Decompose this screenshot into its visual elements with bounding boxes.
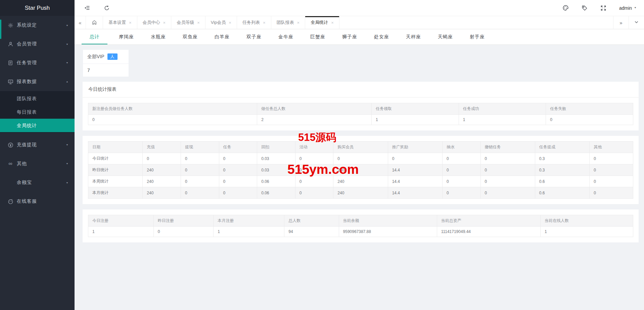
vip-summary-card: 全部VIP 人 7 — [83, 49, 129, 77]
theme-palette-icon[interactable] — [562, 5, 569, 11]
fullscreen-icon[interactable] — [600, 5, 606, 11]
table-cell: 0 — [181, 153, 219, 164]
table-cell: 昨日统计 — [88, 164, 143, 176]
table-cell: 1 — [214, 227, 284, 237]
table-cell: 240 — [333, 187, 388, 199]
table-cell: 0 — [295, 187, 333, 199]
tab-cancer[interactable]: 巨蟹座 — [302, 29, 334, 44]
table-row: 本周统计240000.06024014.4000.60 — [88, 176, 633, 187]
tab-virgo[interactable]: 处女座 — [366, 29, 398, 44]
column-header: 撤销任务 — [480, 142, 535, 153]
tab-home[interactable] — [86, 16, 103, 29]
tabs-scroll-right-button[interactable]: » — [613, 16, 629, 29]
tab-label: Vip会员 — [211, 20, 226, 26]
column-header: 任务成功 — [459, 103, 546, 115]
close-icon[interactable]: × — [263, 20, 266, 25]
content-area: 总计 摩羯座 水瓶座 双鱼座 白羊座 双子座 金牛座 巨蟹座 狮子座 处女座 天… — [75, 29, 644, 310]
chevron-down-icon: ▼ — [66, 144, 68, 146]
tab-member-level[interactable]: 会员等级 × — [171, 16, 205, 29]
table-cell: 240 — [143, 187, 181, 199]
tab-gemini[interactable]: 双子座 — [238, 29, 270, 44]
tab-task-list[interactable]: 任务列表 × — [237, 16, 271, 29]
tabs-menu-button[interactable] — [629, 16, 644, 29]
sidebar-item-report-data[interactable]: 报表数据 ▲ — [0, 72, 75, 91]
column-header: 任务失败 — [546, 103, 633, 115]
table-cell: 0 — [295, 176, 333, 187]
tab-total[interactable]: 总计 — [79, 29, 110, 44]
top-header: admin ▼ — [75, 0, 644, 16]
sidebar-scrollbar[interactable] — [0, 20, 1, 39]
tab-basic-settings[interactable]: 基本设置 × — [103, 16, 137, 29]
table-cell: 1 — [459, 115, 546, 125]
app-window: Star Push 系统设定 ▼ 会员管理 ▼ 任 — [0, 0, 644, 310]
tab-aquarius[interactable]: 水瓶座 — [142, 29, 174, 44]
chevron-down-icon: ▼ — [66, 181, 68, 184]
chevron-down-icon: ▼ — [634, 7, 637, 9]
tab-label: 会员等级 — [177, 20, 194, 26]
table-row: 101949590967387.8811141719049.441 — [88, 227, 633, 237]
sidebar-item-other[interactable]: ∞ 其他 ▼ — [0, 154, 75, 173]
user-menu[interactable]: admin ▼ — [619, 5, 637, 11]
tab-aries[interactable]: 白羊座 — [206, 29, 238, 44]
table-cell: 0 — [480, 153, 535, 164]
tab-global-stats[interactable]: 全局统计 × — [305, 16, 339, 29]
table-cell: 0.3 — [535, 153, 589, 164]
tab-capricorn[interactable]: 摩羯座 — [110, 29, 142, 44]
sidebar-item-member-management[interactable]: 会员管理 ▼ — [0, 35, 75, 53]
summary-table: 今日注册昨日注册本月注册总人数当前余额当前总资产当前在线人数1019495909… — [88, 215, 633, 237]
close-icon[interactable]: × — [229, 20, 231, 25]
link-icon: ∞ — [7, 161, 13, 167]
column-header: 推广奖励 — [388, 142, 442, 153]
sidebar-item-team-report[interactable]: 团队报表 — [0, 92, 75, 105]
sidebar: Star Push 系统设定 ▼ 会员管理 ▼ 任 — [0, 0, 75, 310]
menu-fold-icon[interactable] — [84, 5, 90, 11]
refresh-icon[interactable] — [104, 5, 110, 11]
table-cell: 0 — [442, 153, 480, 164]
table-cell: 0 — [480, 176, 535, 187]
tab-scorpio[interactable]: 天蝎座 — [429, 29, 461, 44]
sidebar-item-system-settings[interactable]: 系统设定 ▼ — [0, 16, 75, 35]
user-name: admin — [619, 5, 632, 11]
today-report-table: 新注册会员做任务人数做任务总人数任务领取任务成功任务失败02110 — [88, 103, 633, 125]
sidebar-item-online-service[interactable]: 在线客服 — [0, 192, 75, 211]
close-icon[interactable]: × — [163, 20, 166, 25]
table-cell: 0 — [590, 187, 633, 199]
sidebar-item-yuebao[interactable]: 余额宝 ▼ — [0, 173, 75, 192]
sidebar-item-daily-report[interactable]: 每日报表 — [0, 105, 75, 119]
sidebar-item-label: 任务管理 — [17, 60, 66, 66]
tab-member-center[interactable]: 会员中心 × — [137, 16, 172, 29]
column-header: 日期 — [88, 142, 143, 153]
summary-panel: 今日注册昨日注册本月注册总人数当前余额当前总资产当前在线人数1019495909… — [83, 209, 639, 242]
tab-sagittarius[interactable]: 射手座 — [461, 29, 493, 44]
sidebar-item-recharge-withdraw[interactable]: 充值提现 ▼ — [0, 135, 75, 154]
tab-libra[interactable]: 天秤座 — [398, 29, 429, 44]
table-cell: 0 — [442, 176, 480, 187]
task-icon — [7, 60, 13, 66]
table-cell: 0.06 — [257, 176, 295, 187]
sidebar-item-task-management[interactable]: 任务管理 ▼ — [0, 53, 75, 72]
table-cell: 11141719049.44 — [437, 227, 540, 237]
tab-leo[interactable]: 狮子座 — [334, 29, 366, 44]
tabs-scroll-left-button[interactable]: « — [75, 16, 86, 29]
close-icon[interactable]: × — [297, 20, 300, 25]
table-cell: 2 — [257, 115, 372, 125]
column-header: 购买会员 — [333, 142, 388, 153]
table-cell: 240 — [333, 176, 388, 187]
tab-taurus[interactable]: 金牛座 — [270, 29, 302, 44]
tab-vip-member[interactable]: Vip会员 × — [205, 16, 237, 29]
tab-label: 会员中心 — [143, 20, 160, 26]
tag-icon[interactable] — [582, 5, 588, 11]
chevron-up-icon: ▲ — [66, 80, 68, 83]
tab-pisces[interactable]: 双鱼座 — [174, 29, 206, 44]
today-report-panel: 今日统计报表 新注册会员做任务人数做任务总人数任务领取任务成功任务失败02110 — [83, 82, 639, 130]
header-row: 新注册会员做任务人数做任务总人数任务领取任务成功任务失败 — [88, 103, 633, 115]
table-cell: 0.3 — [535, 164, 589, 176]
table-cell: 0 — [153, 227, 214, 237]
close-icon[interactable]: × — [331, 20, 334, 25]
sidebar-item-global-stats[interactable]: 全局统计 — [0, 119, 75, 132]
tab-team-report[interactable]: 团队报表 × — [271, 16, 306, 29]
table-cell: 14.4 — [388, 187, 442, 199]
chevron-down-icon: ▼ — [66, 62, 68, 64]
close-icon[interactable]: × — [129, 20, 132, 25]
close-icon[interactable]: × — [197, 20, 200, 25]
